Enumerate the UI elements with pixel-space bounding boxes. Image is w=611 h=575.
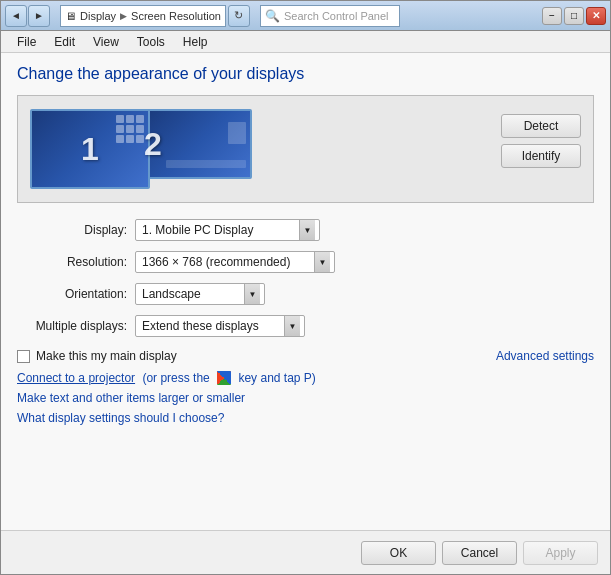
ok-button[interactable]: OK	[361, 541, 436, 565]
projector-link-text-after: (or press the	[139, 371, 213, 385]
button-bar: OK Cancel Apply	[1, 530, 610, 574]
refresh-button[interactable]: ↻	[228, 5, 250, 27]
display-settings-link[interactable]: What display settings should I choose?	[17, 411, 594, 425]
projector-link-text-before: Connect to a projector	[17, 371, 135, 385]
display-dropdown-arrow: ▼	[299, 220, 315, 240]
main-window: ◄ ► 🖥 Display ▶ Screen Resolution ↻ 🔍 Se…	[0, 0, 611, 575]
grid-cell-2	[126, 115, 134, 123]
monitor2-number: 2	[144, 126, 162, 163]
resolution-row: Resolution: 1366 × 768 (recommended) ▼	[17, 251, 594, 273]
resolution-dropdown-value: 1366 × 768 (recommended)	[142, 255, 310, 269]
multiple-displays-value: Extend these displays	[142, 319, 280, 333]
titlebar: ◄ ► 🖥 Display ▶ Screen Resolution ↻ 🔍 Se…	[1, 1, 610, 31]
detect-button[interactable]: Detect	[501, 114, 581, 138]
content-area: Change the appearance of your displays 1	[1, 53, 610, 530]
detect-identify-buttons: Detect Identify	[501, 104, 581, 168]
titlebar-left: ◄ ► 🖥 Display ▶ Screen Resolution ↻ 🔍 Se…	[5, 5, 400, 27]
cancel-button[interactable]: Cancel	[442, 541, 517, 565]
back-button[interactable]: ◄	[5, 5, 27, 27]
grid-cell-9	[136, 135, 144, 143]
multiple-displays-row: Multiple displays: Extend these displays…	[17, 315, 594, 337]
menu-tools[interactable]: Tools	[129, 33, 173, 51]
search-icon: 🔍	[265, 9, 280, 23]
display-label: Display:	[17, 223, 127, 237]
monitor2-taskbar	[166, 160, 246, 168]
grid-cell-6	[136, 125, 144, 133]
search-bar[interactable]: 🔍 Search Control Panel	[260, 5, 400, 27]
monitor2-icon	[228, 122, 246, 144]
projector-link[interactable]: Connect to a projector (or press the key…	[17, 371, 594, 385]
resolution-label: Resolution:	[17, 255, 127, 269]
apply-button[interactable]: Apply	[523, 541, 598, 565]
menubar: File Edit View Tools Help	[1, 31, 610, 53]
menu-view[interactable]: View	[85, 33, 127, 51]
menu-help[interactable]: Help	[175, 33, 216, 51]
minimize-button[interactable]: −	[542, 7, 562, 25]
path-screen-resolution: Screen Resolution	[131, 10, 221, 22]
monitors-area: 1 2	[30, 109, 501, 189]
nav-buttons: ◄ ►	[5, 5, 50, 27]
multiple-displays-label: Multiple displays:	[17, 319, 127, 333]
menu-edit[interactable]: Edit	[46, 33, 83, 51]
address-bar: 🖥 Display ▶ Screen Resolution ↻	[60, 5, 250, 27]
orientation-dropdown[interactable]: Landscape ▼	[135, 283, 265, 305]
grid-cell-8	[126, 135, 134, 143]
grid-cell-4	[116, 125, 124, 133]
monitor1-grid	[116, 115, 144, 143]
main-display-label: Make this my main display	[36, 349, 177, 363]
address-path[interactable]: 🖥 Display ▶ Screen Resolution	[60, 5, 226, 27]
path-display: Display	[80, 10, 116, 22]
resolution-dropdown[interactable]: 1366 × 768 (recommended) ▼	[135, 251, 335, 273]
grid-cell-3	[136, 115, 144, 123]
form-section: Display: 1. Mobile PC Display ▼ Resoluti…	[17, 219, 594, 337]
orientation-label: Orientation:	[17, 287, 127, 301]
orientation-dropdown-arrow: ▼	[244, 284, 260, 304]
links-section: Connect to a projector (or press the key…	[17, 371, 594, 425]
forward-button[interactable]: ►	[28, 5, 50, 27]
menu-file[interactable]: File	[9, 33, 44, 51]
path-icon: 🖥	[65, 10, 76, 22]
projector-link-text-end: key and tap P)	[235, 371, 316, 385]
identify-button[interactable]: Identify	[501, 144, 581, 168]
search-placeholder: Search Control Panel	[284, 10, 389, 22]
advanced-settings-link[interactable]: Advanced settings	[496, 349, 594, 363]
windows-flag-icon	[217, 371, 231, 385]
grid-cell-5	[126, 125, 134, 133]
multiple-displays-dropdown-arrow: ▼	[284, 316, 300, 336]
titlebar-controls: − □ ✕	[542, 7, 606, 25]
main-display-checkbox[interactable]	[17, 350, 30, 363]
close-button[interactable]: ✕	[586, 7, 606, 25]
grid-cell-1	[116, 115, 124, 123]
display-dropdown[interactable]: 1. Mobile PC Display ▼	[135, 219, 320, 241]
text-size-link[interactable]: Make text and other items larger or smal…	[17, 391, 594, 405]
multiple-displays-dropdown[interactable]: Extend these displays ▼	[135, 315, 305, 337]
path-separator: ▶	[120, 11, 127, 21]
orientation-row: Orientation: Landscape ▼	[17, 283, 594, 305]
display-preview-area: 1 2	[17, 95, 594, 203]
maximize-button[interactable]: □	[564, 7, 584, 25]
monitor1-number: 1	[81, 131, 99, 168]
grid-cell-7	[116, 135, 124, 143]
page-title: Change the appearance of your displays	[17, 65, 594, 83]
resolution-dropdown-arrow: ▼	[314, 252, 330, 272]
monitor1[interactable]: 1	[30, 109, 150, 189]
orientation-dropdown-value: Landscape	[142, 287, 240, 301]
monitor2[interactable]: 2	[142, 109, 252, 179]
display-row: Display: 1. Mobile PC Display ▼	[17, 219, 594, 241]
monitor2-inner	[162, 118, 250, 171]
checkbox-row: Make this my main display Advanced setti…	[17, 349, 594, 363]
display-dropdown-value: 1. Mobile PC Display	[142, 223, 295, 237]
